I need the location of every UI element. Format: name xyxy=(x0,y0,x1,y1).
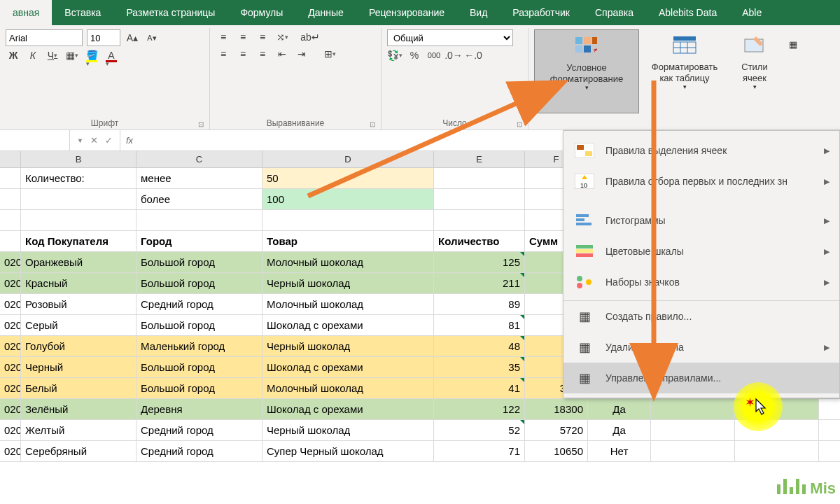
merge-center-icon[interactable]: ⊞ xyxy=(322,46,337,62)
increase-indent-icon[interactable]: ⇥ xyxy=(294,46,309,62)
font-color-button[interactable]: A xyxy=(104,48,119,63)
conditional-formatting-menu: Правила выделения ячеек ▶ 10 Правила отб… xyxy=(563,130,840,398)
comma-icon[interactable]: 000 xyxy=(426,48,442,63)
decrease-decimal-icon[interactable]: ←.0 xyxy=(465,48,481,63)
submenu-arrow-icon: ▶ xyxy=(824,177,830,186)
tab-ablebits-data[interactable]: Ablebits Data xyxy=(646,0,729,25)
clear-rules-icon: ▦ xyxy=(573,339,596,356)
align-top-icon[interactable]: ≡ xyxy=(216,29,231,45)
cf-clear-rules[interactable]: ▦ Удалить правила ▶ xyxy=(564,332,839,363)
cf-top-bottom-rules[interactable]: 10 Правила отбора первых и последних зн … xyxy=(564,166,839,197)
corner[interactable] xyxy=(0,151,21,167)
hdr-code[interactable]: Код Покупателя xyxy=(21,231,136,251)
tab-review[interactable]: Рецензирование xyxy=(356,0,457,25)
cf-highlight-rules[interactable]: Правила выделения ячеек ▶ xyxy=(564,135,839,166)
tab-view[interactable]: Вид xyxy=(457,0,500,25)
increase-decimal-icon[interactable]: .0→ xyxy=(446,48,461,63)
font-name-select[interactable] xyxy=(6,29,83,46)
orientation-icon[interactable]: ⤭ xyxy=(274,29,290,45)
insert-cells-button[interactable]: ▦ xyxy=(779,29,807,113)
cell-styles-icon xyxy=(742,32,767,57)
tab-formulas[interactable]: Формулы xyxy=(227,0,295,25)
currency-icon[interactable]: 💱 xyxy=(387,48,402,63)
svg-rect-18 xyxy=(576,218,584,221)
conditional-formatting-icon: ≠ xyxy=(574,33,599,58)
svg-rect-14 xyxy=(585,151,592,156)
align-bottom-icon[interactable]: ≡ xyxy=(255,29,270,45)
decrease-font-icon[interactable]: A▾ xyxy=(144,30,160,46)
tab-home[interactable]: авная xyxy=(0,0,52,25)
cell-qty-label[interactable]: Количество: xyxy=(21,168,136,188)
table-row[interactable]: 020ЗелёныйДеревняШоколад с орехами122183… xyxy=(0,399,840,420)
tab-developer[interactable]: Разработчик xyxy=(500,0,582,25)
wrap-text-icon[interactable]: ab↵ xyxy=(302,29,318,45)
borders-button[interactable]: ▦ xyxy=(64,48,80,63)
cell-styles-button[interactable]: Стили ячеек ▾ xyxy=(730,29,779,113)
cell-less[interactable]: менее xyxy=(136,168,262,188)
svg-line-26 xyxy=(308,84,560,196)
align-left-icon[interactable]: ≡ xyxy=(216,46,231,62)
data-bars-icon xyxy=(573,212,596,229)
cf-icon-sets[interactable]: Наборы значков ▶ xyxy=(564,267,839,298)
submenu-arrow-icon: ▶ xyxy=(824,343,830,352)
cf-color-scales[interactable]: Цветовые шкалы ▶ xyxy=(564,236,839,267)
ribbon-tabs: авная Вставка Разметка страницы Формулы … xyxy=(0,0,840,25)
cf-new-rule[interactable]: ▦ Создать правило... xyxy=(564,300,839,332)
svg-rect-19 xyxy=(576,223,592,225)
svg-rect-4 xyxy=(584,46,591,52)
tab-data[interactable]: Данные xyxy=(295,0,356,25)
hdr-city[interactable]: Город xyxy=(136,231,262,251)
font-size-select[interactable] xyxy=(87,29,120,46)
cell-more[interactable]: более xyxy=(136,189,262,209)
cell-styles-label: Стили ячеек xyxy=(736,62,774,83)
svg-rect-1 xyxy=(584,37,591,44)
align-middle-icon[interactable]: ≡ xyxy=(235,29,251,45)
svg-point-23 xyxy=(577,276,582,281)
highlight-spot xyxy=(734,382,783,431)
col-B[interactable]: B xyxy=(21,151,136,167)
hdr-qty[interactable]: Количество xyxy=(434,231,525,251)
table-row[interactable]: 020ЖелтыйСредний городЧерный шоколад5257… xyxy=(0,420,840,441)
col-C[interactable]: C xyxy=(136,151,262,167)
cf-data-bars[interactable]: Гистограммы ▶ xyxy=(564,205,839,236)
cf-manage-rules[interactable]: ▦ Управление правилами... xyxy=(564,363,839,393)
watermark: Mis xyxy=(776,479,836,498)
svg-rect-3 xyxy=(575,46,582,52)
tab-ablebits-2[interactable]: Able xyxy=(729,0,774,25)
tab-insert[interactable]: Вставка xyxy=(52,0,113,25)
svg-rect-0 xyxy=(575,37,582,44)
group-font: A▴ A▾ Ж К Ч ▦ 🪣 A Шрифт xyxy=(0,28,210,130)
increase-font-icon[interactable]: A▴ xyxy=(125,30,140,46)
svg-point-25 xyxy=(586,279,592,285)
align-right-icon[interactable]: ≡ xyxy=(255,46,270,62)
annotation-arrow-1 xyxy=(301,77,581,206)
table-row[interactable]: 020СеребряныйСредний городСупер Черный ш… xyxy=(0,441,840,462)
cancel-icon[interactable]: ▼ xyxy=(77,137,83,144)
bold-button[interactable]: Ж xyxy=(6,48,21,63)
align-center-icon[interactable]: ≡ xyxy=(235,46,251,62)
new-rule-icon: ▦ xyxy=(573,308,596,325)
cancel-formula-icon[interactable]: ✕ xyxy=(90,135,98,146)
underline-button[interactable]: Ч xyxy=(45,48,60,63)
svg-rect-21 xyxy=(576,249,593,253)
fill-color-button[interactable]: 🪣 xyxy=(84,48,99,63)
color-scales-icon xyxy=(573,243,596,260)
svg-point-24 xyxy=(577,283,582,288)
manage-rules-icon: ▦ xyxy=(573,370,596,386)
name-box[interactable] xyxy=(0,130,70,150)
percent-icon[interactable]: % xyxy=(407,48,422,63)
number-format-select[interactable]: Общий xyxy=(387,29,513,46)
svg-rect-17 xyxy=(576,214,589,217)
tab-help[interactable]: Справка xyxy=(582,0,646,25)
group-font-label: Шрифт xyxy=(6,115,204,130)
svg-rect-22 xyxy=(576,253,593,257)
tab-page-layout[interactable]: Разметка страницы xyxy=(113,0,227,25)
submenu-arrow-icon: ▶ xyxy=(824,278,830,287)
decrease-indent-icon[interactable]: ⇤ xyxy=(274,46,290,62)
fx-icon[interactable]: fx xyxy=(120,135,139,146)
svg-text:≠: ≠ xyxy=(594,46,598,54)
hdr-product[interactable]: Товар xyxy=(262,231,434,251)
italic-button[interactable]: К xyxy=(25,48,41,63)
icon-sets-icon xyxy=(573,274,596,290)
enter-formula-icon[interactable]: ✓ xyxy=(105,135,113,146)
